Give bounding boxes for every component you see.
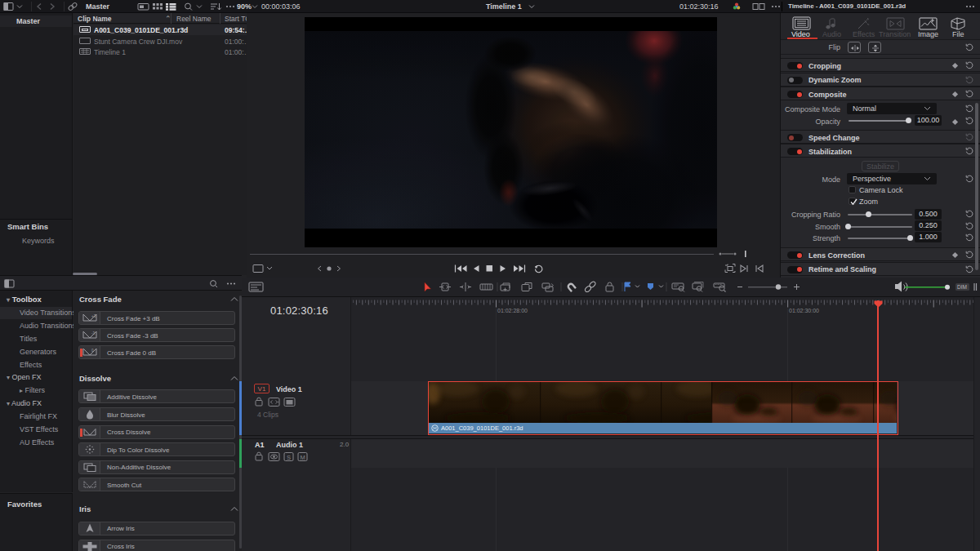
svg-text:DIM: DIM: [957, 284, 967, 290]
svg-text:-3: -3: [91, 331, 95, 335]
svg-text:S: S: [287, 454, 291, 461]
svg-text:+3: +3: [91, 314, 96, 318]
svg-text:0: 0: [91, 349, 94, 353]
svg-text:M: M: [301, 454, 305, 461]
